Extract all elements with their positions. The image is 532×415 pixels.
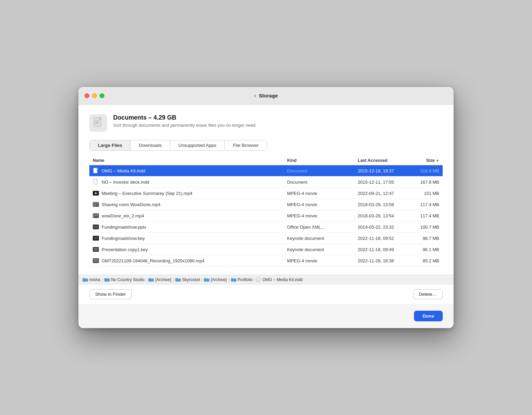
- file-icon: [93, 246, 99, 252]
- svg-rect-22: [95, 215, 96, 216]
- table-row[interactable]: Meeting – Executive Summarey (Sep 21).mp…: [89, 188, 443, 199]
- file-size: 151 MB: [414, 188, 443, 199]
- tab-file-browser[interactable]: File Browser: [225, 140, 267, 150]
- svg-rect-26: [93, 226, 98, 228]
- folder-icon: [104, 278, 110, 282]
- svg-rect-16: [95, 205, 96, 206]
- file-kind: Document: [284, 165, 354, 176]
- breadcrumb-item[interactable]: [Archive]: [204, 277, 227, 282]
- col-header-kind: Kind: [284, 156, 354, 165]
- file-icon: [93, 213, 99, 219]
- delete-button[interactable]: Delete…: [413, 289, 443, 299]
- col-header-name: Name: [89, 156, 284, 165]
- folder-icon: [148, 278, 154, 282]
- done-button[interactable]: Done: [414, 311, 443, 321]
- file-size: 117.4 MB: [414, 199, 443, 210]
- svg-rect-34: [93, 259, 98, 262]
- sort-arrow-icon: ▼: [436, 159, 439, 163]
- path-separator: ›: [173, 278, 174, 282]
- close-button[interactable]: [85, 93, 89, 98]
- svg-rect-28: [93, 236, 98, 240]
- table-row[interactable]: wowDone_elx_2.mp4 MPEG-4 movie 2018-03-2…: [89, 210, 443, 221]
- table-row[interactable]: Fundingroadshow.key Keynote document 202…: [89, 233, 443, 244]
- svg-rect-21: [93, 215, 94, 216]
- document-header: Documents – 4.29 GB Sort through documen…: [89, 114, 443, 132]
- breadcrumb-item[interactable]: No Country Studio: [104, 277, 145, 282]
- footer: Done: [78, 304, 454, 328]
- file-name: OMG – Media Kit.indd: [102, 168, 145, 173]
- folder-icon: [83, 278, 88, 282]
- file-kind: MPEG-4 movie: [284, 199, 354, 210]
- file-accessed: 2022-11-18, 09:49: [354, 244, 414, 255]
- file-table: Name Kind Last Accessed Size ▼: [89, 156, 443, 266]
- table-row[interactable]: Fundingroadshow.pptx Office Open XML… 20…: [89, 221, 443, 233]
- file-icon: [93, 168, 99, 174]
- minimize-button[interactable]: [92, 93, 97, 98]
- svg-rect-13: [95, 204, 96, 205]
- svg-rect-10: [95, 202, 96, 203]
- file-icon: [256, 277, 261, 282]
- svg-rect-19: [95, 214, 96, 215]
- file-size: 167.8 MB: [414, 176, 443, 188]
- show-in-finder-button[interactable]: Show in Finder: [89, 289, 132, 299]
- file-kind: MPEG-4 movie: [284, 188, 354, 199]
- svg-rect-14: [97, 204, 98, 205]
- svg-rect-29: [95, 240, 97, 240]
- col-header-accessed: Last Accessed: [354, 156, 414, 165]
- file-size: 98.7 MB: [414, 233, 443, 244]
- file-name: Fundingroadshow.key: [102, 236, 145, 241]
- tab-downloads[interactable]: Downloads: [131, 140, 170, 150]
- file-name: Shaving room WowDone.mp4: [102, 202, 160, 207]
- file-name: Fundingroadshow.pptx: [102, 225, 146, 230]
- window-title: Storage: [259, 93, 278, 98]
- svg-rect-31: [93, 248, 98, 251]
- file-accessed: 2014-05-22, 23:32: [354, 221, 414, 233]
- file-size: 318.8 MB: [414, 165, 443, 176]
- breadcrumb-item[interactable]: OMG – Media Kit.indd: [256, 277, 302, 282]
- file-size: 100.7 MB: [414, 221, 443, 233]
- breadcrumb-item[interactable]: Portfolio: [231, 277, 253, 282]
- file-size: 117.4 MB: [414, 210, 443, 221]
- traffic-lights: [85, 93, 104, 98]
- folder-icon: [204, 278, 209, 282]
- file-accessed: 2022-11-28, 16:36: [354, 255, 414, 266]
- main-content: Documents – 4.29 GB Sort through documen…: [78, 105, 454, 275]
- table-row[interactable]: OMG – Media Kit.indd Document 2015-12-18…: [89, 165, 443, 176]
- breadcrumb-item[interactable]: misha: [83, 277, 100, 282]
- breadcrumb-item[interactable]: Skyrocket: [175, 277, 200, 282]
- file-name: Meeting – Executive Summarey (Sep 21).mp…: [102, 191, 192, 196]
- file-kind: Document: [284, 176, 354, 188]
- file-icon: [93, 224, 99, 230]
- table-row[interactable]: NO – Investor deck.indd Document 2015-12…: [89, 176, 443, 188]
- maximize-button[interactable]: [100, 93, 104, 98]
- file-icon: [93, 258, 99, 264]
- svg-rect-24: [93, 216, 94, 217]
- tab-large-files[interactable]: Large Files: [90, 140, 131, 150]
- table-row[interactable]: GMT20221109-194046_Recording_1920x1080.m…: [89, 255, 443, 266]
- svg-rect-15: [93, 205, 94, 206]
- file-name: GMT20221109-194046_Recording_1920x1080.m…: [102, 258, 204, 263]
- file-accessed: 2022-09-21, 12:47: [354, 188, 414, 199]
- file-icon: [93, 190, 99, 196]
- folder-icon: [175, 278, 181, 282]
- file-accessed: 2018-03-29, 13:54: [354, 210, 414, 221]
- file-size: 85.2 MB: [414, 255, 443, 266]
- breadcrumb: misha › No Country Studio › [Archive] ›: [78, 275, 454, 285]
- breadcrumb-item[interactable]: [Archive]: [148, 277, 171, 282]
- file-icon: [93, 179, 99, 185]
- file-kind: MPEG-4 movie: [284, 255, 354, 266]
- svg-rect-12: [93, 204, 94, 205]
- table-row[interactable]: Shaving room WowDone.mp4 MPEG-4 movie 20…: [89, 199, 443, 210]
- file-accessed: 2015-12-11, 17:05: [354, 176, 414, 188]
- action-bar: Show in Finder Delete…: [78, 285, 454, 304]
- path-separator: ›: [228, 278, 230, 282]
- file-size: 96.1 MB: [414, 244, 443, 255]
- document-info: Documents – 4.29 GB Sort through documen…: [113, 114, 257, 128]
- tab-unsupported-apps[interactable]: Unsupported Apps: [170, 140, 225, 150]
- file-accessed: 2015-12-18, 19:37: [354, 165, 414, 176]
- document-icon: [89, 114, 107, 132]
- back-button[interactable]: ‹: [254, 92, 256, 99]
- table-row[interactable]: Presentation copy1.key Keynote document …: [89, 244, 443, 255]
- col-header-size[interactable]: Size ▼: [414, 156, 443, 165]
- breadcrumb-label: No Country Studio: [111, 277, 145, 282]
